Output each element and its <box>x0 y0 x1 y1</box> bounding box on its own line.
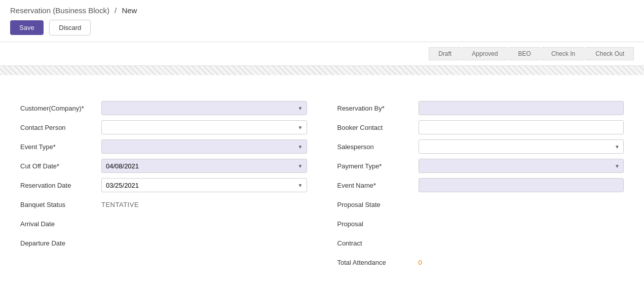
booker-contact-row: Booker Contact <box>337 120 624 135</box>
proposal-label: Proposal <box>337 220 419 228</box>
cut-off-date-select-wrapper: 04/08/2021 ▼ <box>101 159 307 173</box>
customer-company-select-wrapper: ▼ <box>101 101 307 115</box>
event-name-input[interactable] <box>419 178 624 192</box>
departure-date-label: Departure Date <box>20 239 101 247</box>
breadcrumb-main: Reservation (Business Block) <box>10 6 109 15</box>
discard-button[interactable]: Discard <box>49 20 91 36</box>
salesperson-select-wrapper: ▼ <box>419 139 624 154</box>
contact-person-select-wrapper: ▼ <box>101 120 307 134</box>
cut-off-date-row: Cut Off Date* 04/08/2021 ▼ <box>20 158 307 173</box>
breadcrumb-sub: New <box>122 6 137 15</box>
reservation-date-select-wrapper: 03/25/2021 ▼ <box>101 178 307 192</box>
reservation-date-select[interactable]: 03/25/2021 <box>101 178 307 192</box>
reservation-date-row: Reservation Date 03/25/2021 ▼ <box>20 178 307 193</box>
top-bar: Reservation (Business Block) / New Save … <box>0 0 644 42</box>
contract-row: Contract <box>337 235 624 251</box>
payment-type-select[interactable] <box>419 159 624 173</box>
event-type-label: Event Type* <box>20 143 101 151</box>
contact-person-row: Contact Person ▼ <box>20 120 307 135</box>
event-type-select[interactable] <box>101 139 307 154</box>
total-attendance-label: Total Attendance <box>337 259 419 266</box>
banquet-status-row: Banquet Status TENTATIVE <box>20 197 307 212</box>
form-container: Customer(Company)* ▼ Contact Person ▼ Ev… <box>0 75 644 281</box>
salesperson-label: Salesperson <box>337 143 419 151</box>
contact-person-select[interactable] <box>101 120 307 134</box>
event-name-label: Event Name* <box>337 182 419 189</box>
status-steps: Draft Approved BEO Check In Check Out <box>429 47 634 60</box>
event-name-row: Event Name* <box>337 178 624 193</box>
save-button[interactable]: Save <box>10 20 44 35</box>
action-buttons: Save Discard <box>10 20 634 36</box>
reservation-by-row: Reservation By* <box>337 100 624 116</box>
form-right: Reservation By* Booker Contact Salespers… <box>337 100 624 274</box>
customer-company-select[interactable] <box>101 101 307 115</box>
total-attendance-value: 0 <box>419 259 422 266</box>
total-attendance-row: Total Attendance 0 <box>337 255 624 270</box>
payment-type-select-wrapper: ▼ <box>419 159 624 173</box>
banquet-status-label: Banquet Status <box>20 201 101 208</box>
event-type-row: Event Type* ▼ <box>20 139 307 154</box>
reservation-by-label: Reservation By* <box>337 104 419 112</box>
status-step-beo[interactable]: BEO <box>509 47 541 60</box>
payment-type-label: Payment Type* <box>337 162 419 170</box>
form-left: Customer(Company)* ▼ Contact Person ▼ Ev… <box>20 100 307 274</box>
breadcrumb-slash: / <box>115 6 117 15</box>
salesperson-select[interactable] <box>419 139 624 154</box>
payment-type-row: Payment Type* ▼ <box>337 158 624 173</box>
arrival-date-label: Arrival Date <box>20 220 101 228</box>
breadcrumb: Reservation (Business Block) / New <box>10 6 634 15</box>
proposal-row: Proposal <box>337 216 624 231</box>
divider <box>0 66 644 75</box>
proposal-state-label: Proposal State <box>337 201 419 208</box>
reservation-date-label: Reservation Date <box>20 182 101 189</box>
status-step-checkin[interactable]: Check In <box>542 47 585 60</box>
cut-off-date-select[interactable]: 04/08/2021 <box>101 159 307 173</box>
status-step-draft[interactable]: Draft <box>429 47 461 60</box>
customer-company-row: Customer(Company)* ▼ <box>20 100 307 116</box>
customer-company-label: Customer(Company)* <box>20 104 101 112</box>
contract-label: Contract <box>337 239 419 247</box>
form-grid: Customer(Company)* ▼ Contact Person ▼ Ev… <box>20 100 624 274</box>
arrival-date-row: Arrival Date <box>20 216 307 231</box>
cut-off-date-label: Cut Off Date* <box>20 162 101 170</box>
contact-person-label: Contact Person <box>20 124 101 131</box>
booker-contact-input[interactable] <box>419 120 624 134</box>
banquet-status-value: TENTATIVE <box>101 201 139 208</box>
salesperson-row: Salesperson ▼ <box>337 139 624 154</box>
proposal-state-row: Proposal State <box>337 197 624 212</box>
departure-date-row: Departure Date <box>20 235 307 251</box>
event-type-select-wrapper: ▼ <box>101 139 307 154</box>
status-step-approved[interactable]: Approved <box>462 47 507 60</box>
status-step-checkout[interactable]: Check Out <box>586 47 634 60</box>
reservation-by-input[interactable] <box>419 101 624 115</box>
status-bar: Draft Approved BEO Check In Check Out <box>0 42 644 66</box>
booker-contact-label: Booker Contact <box>337 124 419 131</box>
